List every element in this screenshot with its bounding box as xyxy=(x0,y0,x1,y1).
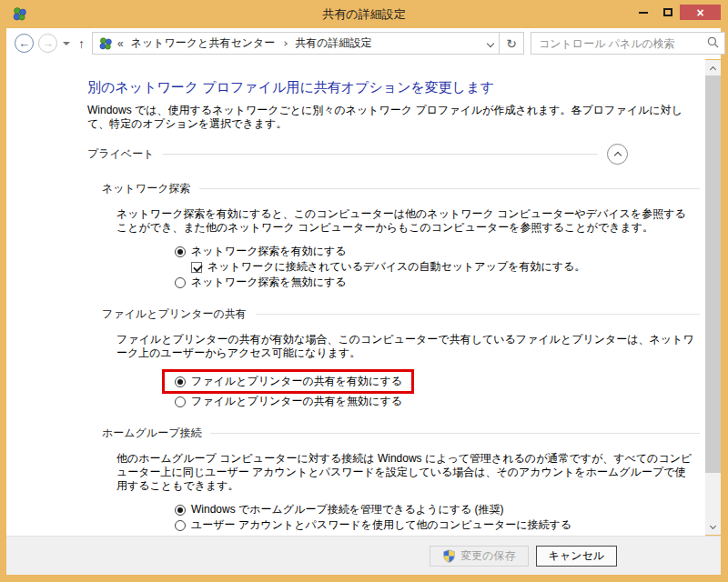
radio-icon[interactable] xyxy=(175,520,186,531)
refresh-button[interactable]: ↻ xyxy=(500,32,524,55)
checkbox-option-auto-setup[interactable]: ネットワークに接続されているデバイスの自動セットアップを有効にする。 xyxy=(191,259,700,275)
red-highlight-box: ファイルとプリンターの共有を有効にする xyxy=(162,369,414,394)
radio-icon[interactable] xyxy=(175,396,186,407)
breadcrumb-network-icon xyxy=(98,36,113,51)
button-bar: 変更の保存 キャンセル xyxy=(6,536,721,575)
section-description: 他のホームグループ コンピューターに対する接続は Windows によって管理さ… xyxy=(116,452,696,493)
back-button[interactable]: ← xyxy=(15,34,34,53)
settings-content: 別のネットワーク プロファイル用に共有オプションを変更します Windows で… xyxy=(6,59,705,536)
section-homegroup-connections: ホームグループ接続 他のホームグループ コンピューターに対する接続は Windo… xyxy=(102,426,700,533)
breadcrumb-item-advanced-sharing[interactable]: 共有の詳細設定 xyxy=(293,35,373,51)
radio-option-homegroup-managed[interactable]: Windows でホームグループ接続を管理できるようにする (推奨) xyxy=(175,502,700,517)
vertical-scrollbar[interactable] xyxy=(705,60,721,535)
section-title: ファイルとプリンターの共有 xyxy=(102,306,247,322)
titlebar: 共有の詳細設定 × xyxy=(0,0,728,28)
option-label[interactable]: ネットワーク探索を無効にする xyxy=(191,275,347,290)
chevron-down-icon xyxy=(710,522,716,528)
address-dropdown-icon[interactable] xyxy=(487,39,494,46)
section-network-discovery: ネットワーク探索 ネットワーク探索を有効にすると、このコンピューターは他のネット… xyxy=(102,181,700,290)
section-file-printer-sharing: ファイルとプリンターの共有 ファイルとプリンターの共有が有効な場合、このコンピュ… xyxy=(102,306,700,409)
divider xyxy=(163,154,598,155)
profile-header-private: プライベート xyxy=(87,144,628,165)
option-label[interactable]: ファイルとプリンターの共有を無効にする xyxy=(191,394,402,409)
divider xyxy=(199,188,700,189)
advanced-sharing-settings-window: 共有の詳細設定 × ← → ↑ « ネットワークと共有センター 共有の詳細設定 xyxy=(0,0,728,582)
refresh-icon: ↻ xyxy=(506,36,517,51)
scroll-down-button[interactable] xyxy=(705,519,721,535)
radio-option-discovery-off[interactable]: ネットワーク探索を無効にする xyxy=(175,275,700,290)
option-label[interactable]: ネットワーク探索を有効にする xyxy=(191,244,347,259)
page-intro: Windows では、使用するネットワークごとに別々のネットワーク プロファイル… xyxy=(87,104,697,131)
section-title: ネットワーク探索 xyxy=(102,181,190,196)
page-title: 別のネットワーク プロファイル用に共有オプションを変更します xyxy=(87,79,700,96)
breadcrumb-bar[interactable]: « ネットワークと共有センター 共有の詳細設定 xyxy=(92,32,500,55)
divider xyxy=(256,314,700,315)
option-label[interactable]: ネットワークに接続されているデバイスの自動セットアップを有効にする。 xyxy=(207,259,585,275)
up-button[interactable]: ↑ xyxy=(78,36,85,51)
address-toolbar: ← → ↑ « ネットワークと共有センター 共有の詳細設定 ↻ xyxy=(6,28,721,59)
close-icon: × xyxy=(696,6,703,19)
radio-icon[interactable] xyxy=(175,246,186,257)
chevron-up-icon xyxy=(710,65,716,72)
section-title: ホームグループ接続 xyxy=(102,426,201,441)
maximize-button[interactable] xyxy=(655,5,680,20)
cancel-label: キャンセル xyxy=(549,548,604,564)
maximize-icon xyxy=(663,8,672,16)
uac-shield-icon xyxy=(442,549,456,563)
back-icon: ← xyxy=(18,37,30,49)
option-label[interactable]: ファイルとプリンターの共有を有効にする xyxy=(191,374,402,389)
section-description: ネットワーク探索を有効にすると、このコンピューターは他のネットワーク コンピュー… xyxy=(116,207,696,235)
breadcrumb-overflow[interactable]: « xyxy=(117,37,124,50)
radio-icon[interactable] xyxy=(175,376,186,387)
history-dropdown-icon[interactable] xyxy=(63,42,70,45)
cancel-button[interactable]: キャンセル xyxy=(536,546,617,567)
save-changes-label: 変更の保存 xyxy=(460,548,515,564)
chevron-up-icon xyxy=(613,152,621,159)
option-label[interactable]: ユーザー アカウントとパスワードを使用して他のコンピューターに接続する xyxy=(191,517,571,533)
save-changes-button[interactable]: 変更の保存 xyxy=(430,546,528,567)
search-icon[interactable] xyxy=(707,36,719,48)
radio-option-sharing-off[interactable]: ファイルとプリンターの共有を無効にする xyxy=(175,394,700,409)
close-button[interactable]: × xyxy=(680,5,721,20)
search-input[interactable] xyxy=(531,32,725,55)
collapse-private-button[interactable] xyxy=(607,144,628,165)
scroll-up-button[interactable] xyxy=(705,60,721,75)
radio-icon[interactable] xyxy=(175,505,186,516)
radio-icon[interactable] xyxy=(175,277,186,288)
forward-icon: → xyxy=(42,37,54,49)
forward-button[interactable]: → xyxy=(38,34,57,53)
breadcrumb-item-network-center[interactable]: ネットワークと共有センター xyxy=(129,35,278,51)
radio-option-sharing-on[interactable]: ファイルとプリンターの共有を有効にする xyxy=(175,374,402,389)
divider xyxy=(210,433,700,434)
minimize-button[interactable] xyxy=(631,5,655,20)
option-label[interactable]: Windows でホームグループ接続を管理できるようにする (推奨) xyxy=(191,502,504,517)
scrollbar-thumb[interactable] xyxy=(705,75,721,473)
radio-option-discovery-on[interactable]: ネットワーク探索を有効にする xyxy=(175,244,700,259)
section-description: ファイルとプリンターの共有が有効な場合、このコンピューターで共有しているファイル… xyxy=(116,333,696,360)
profile-title: プライベート xyxy=(87,146,154,162)
search-box xyxy=(531,32,725,55)
radio-option-homegroup-credentials[interactable]: ユーザー アカウントとパスワードを使用して他のコンピューターに接続する xyxy=(175,517,700,533)
checkbox-icon[interactable] xyxy=(191,262,202,273)
window-title: 共有の詳細設定 xyxy=(0,6,728,23)
minimize-icon xyxy=(639,12,648,14)
breadcrumb-separator-icon xyxy=(282,41,288,46)
